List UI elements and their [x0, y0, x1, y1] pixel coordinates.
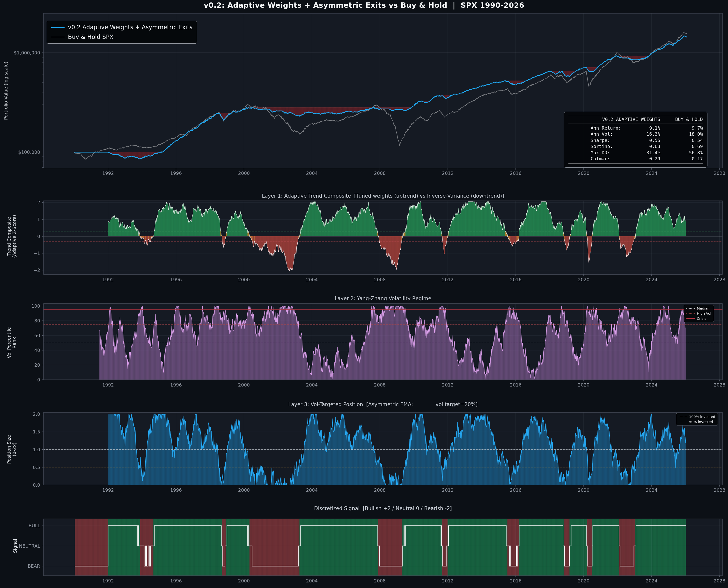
- panel2-y-tick-label: 2: [0, 200, 40, 205]
- panel2-y-tick-label: 1: [0, 217, 40, 222]
- stats-col2-header: BUY & HOLD: [660, 116, 703, 123]
- x-tick-label: 2000: [233, 170, 255, 176]
- x-tick-label: 2016: [505, 170, 527, 176]
- panel2-title: Layer 1: Adaptive Trend Composite [Tuned…: [44, 193, 723, 199]
- x-tick-label: 2004: [301, 578, 323, 583]
- x-tick-label: 2016: [505, 578, 527, 583]
- stats-row-calmar: Calmar: 0.29 0.17: [569, 156, 703, 162]
- x-tick-label: 2012: [437, 578, 459, 583]
- legend-item-half-invested: 50% invested: [679, 420, 715, 424]
- legend-label: Median: [697, 307, 710, 310]
- stat-value-buyhold: -56.8%: [660, 150, 703, 156]
- stats-header-row: V0.2 ADAPTIVE WEIGHTS BUY & HOLD: [569, 116, 703, 123]
- panel3-y-tick-label: 80: [0, 318, 40, 323]
- panel4-title: Layer 3: Vol-Targeted Position [Asymmetr…: [44, 401, 723, 407]
- x-tick-label: 1992: [97, 382, 119, 387]
- x-tick-label: 1996: [165, 578, 187, 583]
- legend-label: 50% invested: [689, 420, 713, 424]
- panel1-y-tick-label: $1,000,000: [0, 50, 40, 56]
- panel2-y-tick-label: −1: [0, 251, 40, 256]
- panel4-y-tick-label: 1.5: [0, 429, 40, 435]
- stats-row-ann-return: Ann Return: 9.1% 9.7%: [569, 125, 703, 131]
- x-tick-label: 2024: [641, 277, 662, 282]
- legend-item-full-invested: 100% invested: [679, 415, 715, 419]
- x-tick-label: 1996: [165, 277, 187, 282]
- x-tick-label: 1992: [97, 578, 119, 583]
- stats-row-max-dd: Max DD: -31.4% -56.8%: [569, 150, 703, 156]
- x-tick-label: 1992: [97, 170, 119, 176]
- x-tick-label: 2016: [505, 277, 527, 282]
- x-tick-label: 2012: [437, 170, 459, 176]
- figure-title: v0.2: Adaptive Weights + Asymmetric Exit…: [0, 1, 728, 9]
- panel3-y-tick-label: 20: [0, 362, 40, 368]
- x-tick-label: 2020: [573, 277, 595, 282]
- x-tick-label: 2008: [369, 277, 391, 282]
- x-tick-label: 1996: [165, 170, 187, 176]
- x-tick-label: 1992: [97, 277, 119, 282]
- x-tick-label: 2008: [369, 487, 391, 493]
- stats-rule-top: [569, 115, 703, 115]
- x-tick-label: 2016: [505, 487, 527, 493]
- x-tick-label: 2020: [573, 487, 595, 493]
- x-tick-label: 2004: [301, 277, 323, 282]
- performance-stats-table: V0.2 ADAPTIVE WEIGHTS BUY & HOLD Ann Ret…: [564, 112, 707, 168]
- stat-value-buyhold: 0.17: [660, 156, 703, 162]
- high-vol-line-sample: [686, 313, 694, 314]
- full-invested-line-sample: [679, 417, 687, 417]
- x-tick-label: 2028: [709, 487, 728, 493]
- panel3-y-tick-label: 40: [0, 348, 40, 353]
- x-tick-label: 2004: [301, 170, 323, 176]
- stat-label: Ann Vol:: [569, 131, 629, 138]
- stat-value-buyhold: 18.0%: [660, 131, 703, 138]
- x-tick-label: 2024: [641, 170, 662, 176]
- stats-row-ann-vol: Ann Vol: 16.3% 18.0%: [569, 131, 703, 138]
- panel2-y-tick-label: 0: [0, 234, 40, 239]
- legend-label: 100% invested: [689, 415, 715, 419]
- stat-value-strategy: 0.63: [629, 143, 660, 150]
- panel2-y-tick-label: −2: [0, 268, 40, 273]
- x-tick-label: 2016: [505, 382, 527, 387]
- panel3-ylabel: Vol Percentile Rank: [6, 327, 17, 358]
- panel4-y-tick-label: 0.0: [0, 482, 40, 488]
- x-tick-label: 2024: [641, 382, 662, 387]
- stats-rule-bottom: [569, 164, 703, 164]
- x-tick-label: 2028: [709, 578, 728, 583]
- legend-item-high-vol: High Vol: [686, 312, 711, 315]
- half-invested-line-sample: [679, 422, 687, 422]
- stats-row-sharpe: Sharpe: 0.55 0.54: [569, 138, 703, 144]
- chart-canvas: [0, 0, 728, 588]
- x-tick-label: 2000: [233, 578, 255, 583]
- panel3-y-tick-label: 60: [0, 333, 40, 338]
- x-tick-label: 2000: [233, 382, 255, 387]
- stat-value-strategy: 9.1%: [629, 125, 660, 131]
- x-tick-label: 2028: [709, 170, 728, 176]
- stat-label: Max DD:: [569, 150, 629, 156]
- panel5-y-tick-label: BULL: [0, 523, 40, 528]
- strategy-legend: v0.2 Adaptive Weights + Asymmetric Exits…: [47, 21, 197, 44]
- x-tick-label: 2000: [233, 487, 255, 493]
- legend-item-median: Median: [686, 307, 711, 310]
- stat-value-strategy: 16.3%: [629, 131, 660, 138]
- x-tick-label: 2024: [641, 487, 662, 493]
- median-line-sample: [686, 308, 694, 309]
- stat-label: Sharpe:: [569, 138, 629, 144]
- stat-label: Calmar:: [569, 156, 629, 162]
- stats-rule-mid: [569, 124, 703, 124]
- x-tick-label: 1996: [165, 487, 187, 493]
- legend-label: v0.2 Adaptive Weights + Asymmetric Exits: [68, 24, 192, 31]
- buyhold-line-sample: [51, 37, 65, 37]
- x-tick-label: 2004: [301, 487, 323, 493]
- panel4-y-tick-label: 2.0: [0, 412, 40, 417]
- panel1-y-tick-label: $100,000: [0, 149, 40, 155]
- panel3-y-tick-label: 100: [0, 303, 40, 309]
- stat-value-strategy: 0.29: [629, 156, 660, 162]
- strategy-line-sample: [51, 27, 65, 28]
- x-tick-label: 2000: [233, 277, 255, 282]
- stat-value-strategy: 0.55: [629, 138, 660, 144]
- x-tick-label: 2008: [369, 170, 391, 176]
- panel5-y-tick-label: NEUTRAL: [0, 543, 40, 549]
- legend-item-crisis: Crisis: [686, 317, 711, 320]
- position-legend: 100% invested 50% invested: [676, 413, 718, 425]
- x-tick-label: 1992: [97, 487, 119, 493]
- x-tick-label: 2012: [437, 487, 459, 493]
